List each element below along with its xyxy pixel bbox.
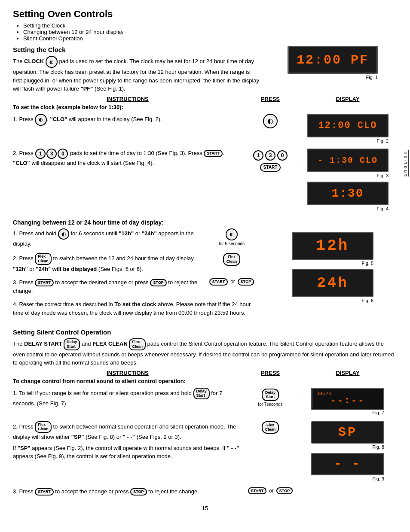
s2-step1-clock[interactable]: ◐ bbox=[58, 228, 69, 240]
s3-step2-display: SP Fig. 8 - - Fig. 9 bbox=[298, 421, 397, 485]
s3-step3-display bbox=[298, 487, 397, 499]
s3-step2-press: FlexClean bbox=[242, 421, 298, 485]
section1-fig1-area: 12:00 PF Fig. 1 bbox=[264, 46, 397, 96]
section3-intro: The DELAY START DelayStart and FLEX CLEA… bbox=[13, 338, 397, 367]
btn-1[interactable]: 1 bbox=[35, 149, 46, 159]
btn-3[interactable]: 3 bbox=[46, 149, 57, 159]
intro-bullets: Setting the Clock Changing between 12 or… bbox=[23, 22, 397, 42]
page-content: Setting Oven Controls Setting the Clock … bbox=[0, 0, 410, 520]
press-flex-clean-s2[interactable]: FlexClean bbox=[223, 253, 241, 266]
s3-step1-press: DelayStart for 7seconds bbox=[242, 388, 298, 419]
delay-start-intro-btn[interactable]: DelayStart bbox=[64, 338, 80, 350]
fig8-label: Fig. 8 bbox=[311, 444, 384, 450]
step2-row: 2. Press 130 pads to set the time of day… bbox=[13, 149, 397, 215]
fig1-display: 12:00 PF bbox=[288, 46, 378, 74]
start-btn-step2[interactable]: START bbox=[204, 150, 222, 157]
section-12-24: Changing between 12 or 24 hour time of d… bbox=[13, 219, 397, 320]
s3-step3-text: 3. Press START to accept the change or p… bbox=[13, 487, 242, 499]
clock-example-heading: To set the clock (example below for 1:30… bbox=[13, 104, 397, 110]
fig4-label: Fig. 4 bbox=[307, 206, 389, 211]
fig2-label: Fig. 2 bbox=[307, 138, 389, 143]
fig5-display: 12h bbox=[292, 232, 373, 260]
press-start-btn[interactable]: START bbox=[260, 163, 281, 172]
s2-step2-press: FlexClean bbox=[204, 253, 260, 266]
btn-0[interactable]: 0 bbox=[58, 149, 68, 159]
press-delay-start-s3s1[interactable]: DelayStart bbox=[262, 389, 279, 401]
section2-right: 12h Fig. 5 24h Fig. 6 bbox=[264, 219, 397, 320]
s2-for-6sec: for 6 seconds bbox=[219, 241, 245, 246]
bullet-3: Silent Control Operation bbox=[23, 35, 397, 42]
step2-text: 2. Press 130 pads to set the time of day… bbox=[13, 149, 242, 215]
fig9-display: - - bbox=[311, 453, 384, 475]
fig4-display: 1:30 bbox=[307, 182, 389, 205]
press-start-s2s3[interactable]: START bbox=[209, 278, 228, 286]
s3-step2-row: 2. Press FlexClean to switch between nor… bbox=[13, 421, 397, 485]
fig1-label: Fig. 1 bbox=[288, 75, 378, 80]
display-header-3: DISPLAY bbox=[298, 370, 397, 376]
step1-row: 1. Press ◐. "CLO" will appear in the dis… bbox=[13, 114, 397, 147]
step1-press-clock-btn[interactable]: ◐ bbox=[263, 114, 278, 128]
divider-1 bbox=[13, 324, 397, 324]
step1-press: ◐ bbox=[242, 114, 298, 147]
bullet-2: Changing between 12 or 24 hour display bbox=[23, 29, 397, 35]
press-start-s3s3[interactable]: START bbox=[248, 487, 266, 495]
section2-heading: Changing between 12 or 24 hour time of d… bbox=[13, 219, 260, 226]
start-btn-s3s3[interactable]: START bbox=[35, 488, 53, 496]
s2-step3-text: 3. Press START to accept the desired cha… bbox=[13, 278, 204, 298]
delay-text: DELAY bbox=[316, 392, 332, 395]
step2-press: 1 3 0 START bbox=[242, 149, 298, 215]
page-number: 15 bbox=[13, 505, 397, 511]
stop-btn-s2s3[interactable]: STOP bbox=[150, 279, 166, 286]
header-row-3: INSTRUCTIONS PRESS DISPLAY bbox=[13, 370, 397, 376]
s2-step3-press: START or STOP bbox=[204, 278, 260, 286]
sidebar-english: ENGLISH bbox=[403, 150, 409, 176]
instructions-header-3: INSTRUCTIONS bbox=[13, 370, 242, 376]
s2-step1-press: ◐ for 6 seconds bbox=[204, 228, 260, 246]
start-btn-s2s3[interactable]: START bbox=[35, 279, 53, 286]
s3-step1-row: 1. To tell if your range is set for norm… bbox=[13, 388, 397, 419]
fig6-label: Fig. 6 bbox=[292, 298, 373, 303]
section2-left: Changing between 12 or 24 hour time of d… bbox=[13, 219, 264, 320]
s2-press-clock[interactable]: ◐ bbox=[226, 228, 238, 240]
s2-step2-text: 2. Press FlexClean to switch between the… bbox=[13, 253, 204, 276]
s3-step3-row: 3. Press START to accept the change or p… bbox=[13, 487, 397, 499]
step1-clock-btn[interactable]: ◐ bbox=[35, 114, 47, 126]
delay-start-s3s1[interactable]: DelayStart bbox=[193, 388, 210, 400]
press-stop-s2s3[interactable]: STOP bbox=[238, 278, 254, 286]
bullet-1: Setting the Clock bbox=[23, 22, 397, 29]
press-header: PRESS bbox=[242, 96, 298, 102]
fig7-time: --:-- bbox=[316, 395, 379, 406]
section-setting-clock: Setting the Clock The CLOCK ◐ pad is use… bbox=[13, 46, 397, 96]
flex-clean-btn-s2[interactable]: FlexClean bbox=[35, 253, 52, 265]
s2-step1: 1. Press and hold ◐ for 6 seconds untill… bbox=[13, 228, 260, 251]
press-btn-1[interactable]: 1 bbox=[253, 150, 263, 161]
fig8-display: SP bbox=[311, 421, 384, 444]
silent-control-sub-heading: To change control from normal sound to s… bbox=[13, 378, 397, 384]
press-btn-3[interactable]: 3 bbox=[265, 150, 275, 161]
fig9-label: Fig. 9 bbox=[311, 476, 384, 481]
s2-step4: 4. Reset the correct time as described i… bbox=[13, 300, 260, 317]
section1-heading: Setting the Clock bbox=[13, 46, 260, 53]
press-stop-s3s3[interactable]: STOP bbox=[276, 487, 293, 495]
or-text-3: or bbox=[269, 488, 274, 494]
step1-text: 1. Press ◐. "CLO" will appear in the dis… bbox=[13, 114, 242, 147]
section3-heading: Setting Silent Control Operation bbox=[13, 328, 397, 336]
stop-btn-s3s3[interactable]: STOP bbox=[130, 488, 147, 496]
display-header: DISPLAY bbox=[298, 96, 397, 102]
instructions-header: INSTRUCTIONS bbox=[13, 96, 242, 102]
fig3-display: - 1:30 CLO bbox=[307, 149, 389, 172]
fig3-label: Fig. 3 bbox=[307, 173, 389, 178]
press-flex-clean-s3s2[interactable]: FlexClean bbox=[262, 421, 279, 434]
flex-clean-intro-btn[interactable]: FlexClean bbox=[129, 338, 146, 350]
press-btn-0[interactable]: 0 bbox=[277, 150, 288, 161]
or-text-1: or bbox=[230, 279, 235, 285]
s3-step2-text: 2. Press FlexClean to switch between nor… bbox=[13, 421, 242, 485]
step1-display: 12:00 CLO Fig. 2 bbox=[298, 114, 397, 147]
flex-clean-s3s2[interactable]: FlexClean bbox=[35, 421, 52, 433]
s2-step3: 3. Press START to accept the desired cha… bbox=[13, 278, 260, 298]
header-row-1: INSTRUCTIONS PRESS DISPLAY bbox=[13, 96, 397, 102]
fig6-display: 24h bbox=[292, 269, 373, 297]
section-clock-left: Setting the Clock The CLOCK ◐ pad is use… bbox=[13, 46, 264, 96]
fig7-label: Fig. 7 bbox=[311, 410, 384, 415]
s3-step1-text: 1. To tell if your range is set for norm… bbox=[13, 388, 242, 419]
